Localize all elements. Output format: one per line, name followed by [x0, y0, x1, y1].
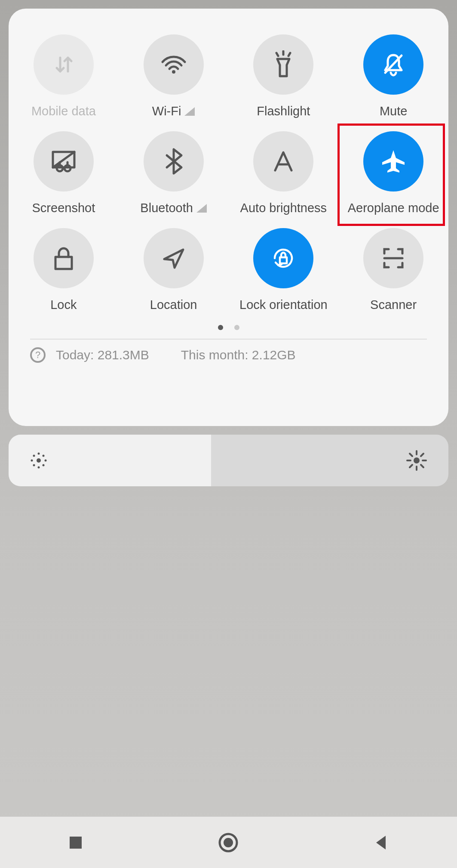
- navigation-bar: [0, 816, 457, 868]
- svg-line-32: [410, 465, 412, 467]
- help-icon: ?: [30, 347, 46, 363]
- pager-dot-inactive: [234, 325, 239, 330]
- tile-label: Scanner: [370, 298, 417, 312]
- nav-recents-button[interactable]: [66, 833, 85, 852]
- quick-settings-panel: Mobile data: [9, 9, 448, 426]
- svg-point-21: [43, 455, 45, 457]
- tile-wifi[interactable]: Wi-Fi: [121, 34, 226, 118]
- tile-aeroplane-mode[interactable]: Aeroplane mode: [341, 131, 446, 215]
- svg-rect-33: [70, 837, 82, 849]
- tile-row: Lock Location: [9, 228, 448, 312]
- svg-point-35: [224, 838, 233, 847]
- tile-button[interactable]: [34, 228, 94, 288]
- brightness-low-icon: [29, 451, 48, 470]
- tile-label: Flashlight: [257, 104, 310, 118]
- tile-label: Bluetooth: [140, 201, 207, 215]
- tile-label: Mute: [380, 104, 407, 118]
- brightness-slider[interactable]: [9, 435, 448, 486]
- tile-button[interactable]: [363, 34, 423, 95]
- tile-label: Location: [150, 298, 197, 312]
- tile-label: Aeroplane mode: [348, 201, 439, 215]
- tile-button[interactable]: [144, 228, 204, 288]
- tile-mute[interactable]: Mute: [341, 34, 446, 118]
- flashlight-icon: [270, 50, 296, 79]
- tile-lock-orientation[interactable]: Lock orientation: [231, 228, 336, 312]
- tile-button[interactable]: [253, 34, 313, 95]
- tile-button[interactable]: [253, 131, 313, 192]
- svg-point-24: [414, 457, 420, 463]
- tile-label: Lock: [50, 298, 77, 312]
- svg-point-22: [33, 464, 35, 466]
- nav-home-button[interactable]: [217, 831, 239, 854]
- signal-icon: [196, 204, 207, 213]
- lock-icon: [52, 246, 75, 271]
- tile-button[interactable]: [363, 131, 423, 192]
- tile-lock[interactable]: Lock: [11, 228, 116, 312]
- pager-dot-active: [218, 325, 223, 330]
- lock-orientation-icon: [270, 245, 296, 271]
- tile-label: Wi-Fi: [152, 104, 195, 118]
- airplane-icon: [380, 148, 406, 174]
- svg-rect-12: [55, 257, 72, 269]
- tile-label: Auto brightness: [240, 201, 327, 215]
- page-indicator[interactable]: [9, 325, 448, 330]
- tile-screenshot[interactable]: Screenshot: [11, 131, 116, 215]
- tile-row: Mobile data: [9, 34, 448, 118]
- data-usage-bar[interactable]: ? Today: 281.3MB This month: 2.12GB: [9, 340, 448, 363]
- tile-button[interactable]: [34, 34, 94, 95]
- svg-point-23: [43, 464, 45, 466]
- tile-location[interactable]: Location: [121, 228, 226, 312]
- nav-back-button[interactable]: [372, 833, 391, 852]
- wifi-icon: [160, 51, 187, 78]
- svg-line-30: [421, 465, 423, 467]
- location-icon: [162, 246, 186, 270]
- tile-button[interactable]: [253, 228, 313, 288]
- svg-point-17: [38, 466, 40, 469]
- tile-scanner[interactable]: Scanner: [341, 228, 446, 312]
- usage-month: This month: 2.12GB: [181, 348, 296, 362]
- tile-button[interactable]: [363, 228, 423, 288]
- tile-button[interactable]: [34, 131, 94, 192]
- svg-line-29: [410, 454, 412, 456]
- scanner-icon: [381, 246, 406, 271]
- svg-line-2: [276, 53, 278, 56]
- bluetooth-icon: [164, 148, 183, 175]
- tile-label: Mobile data: [31, 104, 96, 118]
- brightness-high-icon: [405, 449, 428, 472]
- svg-point-15: [37, 458, 41, 463]
- mobile-data-icon: [51, 52, 77, 77]
- tile-row: Screenshot Bluetooth: [9, 131, 448, 215]
- tile-label: Lock orientation: [239, 298, 328, 312]
- screenshot-icon: [50, 149, 77, 173]
- tile-button[interactable]: [144, 131, 204, 192]
- svg-line-31: [421, 454, 423, 456]
- auto-brightness-icon: [271, 149, 296, 174]
- svg-point-20: [33, 455, 35, 457]
- tile-auto-brightness[interactable]: Auto brightness: [231, 131, 336, 215]
- tile-mobile-data[interactable]: Mobile data: [11, 34, 116, 118]
- svg-point-18: [31, 460, 33, 462]
- svg-point-19: [45, 460, 47, 462]
- signal-icon: [184, 107, 195, 116]
- tile-flashlight[interactable]: Flashlight: [231, 34, 336, 118]
- tile-button[interactable]: [144, 34, 204, 95]
- tiles-grid: Mobile data: [9, 9, 448, 312]
- svg-point-0: [172, 70, 175, 74]
- tile-bluetooth[interactable]: Bluetooth: [121, 131, 226, 215]
- tile-label: Screenshot: [32, 201, 95, 215]
- panel-handle[interactable]: [207, 501, 250, 506]
- mute-icon: [380, 51, 407, 78]
- svg-line-3: [288, 53, 290, 56]
- svg-point-16: [38, 453, 40, 455]
- usage-today: Today: 281.3MB: [56, 348, 149, 362]
